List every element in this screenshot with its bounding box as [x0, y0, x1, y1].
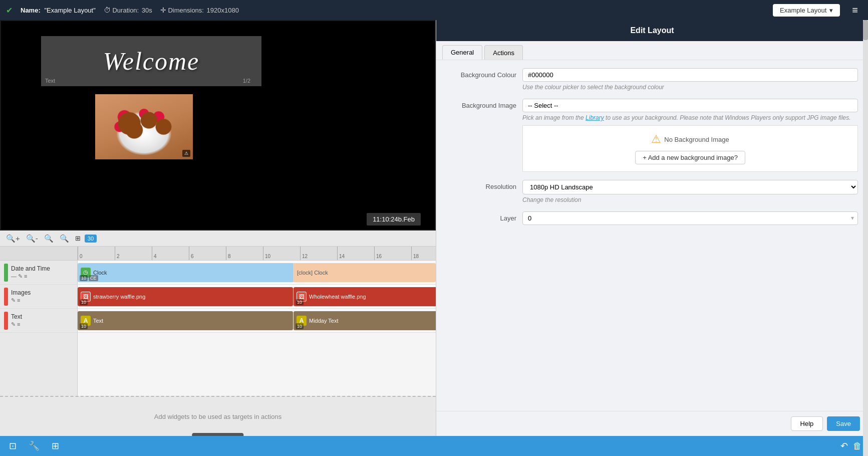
ruler-mark-2: 2 — [115, 247, 152, 260]
clip-label-clock: Clock — [93, 270, 107, 276]
zoom-in-button[interactable]: 🔍+ — [4, 233, 22, 244]
background-image-hint: Pick an image from the Library to use as… — [522, 114, 858, 121]
food-corner-badge: ⚠ — [182, 150, 190, 157]
trash-button[interactable]: 🗑 — [853, 440, 862, 451]
ruler-mark-12: 12 — [300, 247, 337, 260]
timer-display: ⊞ 30 — [75, 235, 97, 243]
edit-panel-body: Background Colour Use the colour picker … — [436, 60, 868, 411]
grid-button[interactable]: ⊞ — [49, 438, 62, 453]
layer-label: Layer — [446, 211, 516, 222]
clip-label-clock2: [clock] Clock — [297, 270, 328, 276]
timeline-ruler: 0 2 4 6 8 10 12 14 16 18 20 — [78, 247, 436, 261]
name-label: Name: "Example Layout" — [21, 7, 96, 14]
track-row-date-time: ◷ Clock 10 CE [clock] Clock — [78, 261, 436, 285]
ruler-mark-16: 16 — [374, 247, 411, 260]
background-colour-input[interactable] — [522, 68, 858, 82]
clip-label-text1: Text — [93, 318, 103, 324]
drawer-hint-text: Add widgets to be used as targets in act… — [154, 413, 281, 420]
track-clips-date-time: ◷ Clock 10 CE [clock] Clock — [78, 263, 436, 282]
track-label-text-text: Text ✎ ≡ — [11, 313, 73, 328]
timeline-body: Date and Time — ✎ ≡ — [0, 247, 436, 396]
track-list-text[interactable]: ≡ — [17, 321, 20, 328]
no-background-image-box: ⚠ No Background Image + Add a new backgr… — [522, 125, 858, 172]
background-image-select[interactable]: -- Select -- — [522, 99, 858, 112]
food-image-widget[interactable]: ⚠ — [95, 94, 193, 159]
check-icon: ✔ — [6, 6, 13, 15]
clip-img1[interactable]: 🖼 strawberry waffle.png 10 — [78, 287, 293, 306]
track-label-text-images: Images ✎ ≡ — [11, 289, 73, 304]
track-color-images — [4, 288, 8, 306]
chevron-down-icon: ▾ — [829, 7, 833, 14]
clip-img2[interactable]: 🖼 Wholewheat waffle.png 10 — [294, 287, 436, 306]
track-list-images[interactable]: ≡ — [17, 297, 20, 304]
track-edit-text[interactable]: ✎ — [11, 321, 16, 328]
layout-dropdown-btn[interactable]: Example Layout ▾ — [773, 4, 840, 17]
ruler-mark-8: 8 — [226, 247, 263, 260]
widget-label: Text — [45, 78, 55, 84]
library-link[interactable]: Library — [586, 114, 604, 121]
track-row-text: A Text 10 A Midday Text 10 — [78, 309, 436, 333]
clip-text1[interactable]: A Text 10 — [78, 311, 293, 330]
trash-icon: 🗑 — [853, 441, 862, 451]
timeline-counter: 30 — [85, 235, 97, 243]
save-button[interactable]: Save — [827, 416, 860, 431]
tab-actions[interactable]: Actions — [484, 45, 523, 60]
track-clips-text: A Text 10 A Midday Text 10 — [78, 311, 436, 330]
help-button[interactable]: Help — [791, 416, 823, 431]
timeline-toolbar: 🔍+ 🔍- 🔍 🔍 ⊞ 30 — [0, 231, 436, 247]
undo-button[interactable]: ↶ — [840, 440, 848, 451]
timeline-section: 🔍+ 🔍- 🔍 🔍 ⊞ 30 — [0, 231, 436, 436]
zoom-fit-button[interactable]: 🔍 — [42, 233, 56, 244]
resolution-hint: Change the resolution — [522, 196, 858, 203]
track-list-date-time[interactable]: ≡ — [24, 273, 27, 280]
clip-duration-text1: 10 — [80, 323, 88, 329]
add-background-image-button[interactable]: + Add a new background image? — [635, 151, 745, 164]
ruler-mark-4: 4 — [152, 247, 189, 260]
track-color-text — [4, 312, 8, 330]
clip-label-img2: Wholewheat waffle.png — [309, 294, 366, 300]
clip-duration-img1: 10 — [80, 299, 88, 305]
track-collapse-date-time[interactable]: — — [11, 273, 17, 280]
resolution-row: Resolution 1080p HD Landscape 720p HD La… — [446, 180, 858, 203]
layer-input[interactable] — [522, 211, 858, 225]
track-label-text-date-time: Date and Time — ✎ ≡ — [11, 265, 73, 280]
track-edit-date-time[interactable]: ✎ — [18, 273, 23, 280]
widget-drawer: Add widgets to be used as targets in act… — [0, 396, 436, 436]
resolution-select[interactable]: 1080p HD Landscape 720p HD Landscape 4K … — [522, 180, 858, 194]
clip-clock-2[interactable]: [clock] Clock — [293, 263, 436, 282]
no-bg-text: No Background Image — [664, 136, 729, 143]
zoom-out-button[interactable]: 🔍- — [24, 233, 40, 244]
top-bar: ✔ Name: "Example Layout" ⏱ Duration: 30s… — [0, 0, 868, 20]
background-colour-row: Background Colour Use the colour picker … — [446, 68, 858, 91]
ce-badge-clock: CE — [89, 275, 98, 281]
clock-widget: 11:10:24b.Feb — [367, 213, 421, 225]
zoom-out-icon: 🔍- — [26, 234, 38, 243]
left-panel: Welcome Text 1/2 ⚠ 11:10:24b.Feb — [0, 20, 436, 436]
zoom-in-icon: 🔍+ — [6, 234, 20, 243]
scrollbar-track[interactable] — [863, 20, 868, 436]
canvas-preview: Welcome Text 1/2 ⚠ 11:10:24b.Feb — [0, 20, 436, 231]
tools-button[interactable]: 🔧 — [26, 438, 43, 453]
track-color-date-time — [4, 264, 8, 282]
timeline-labels: Date and Time — ✎ ≡ — [0, 247, 78, 396]
zoom-reset-button[interactable]: 🔍 — [58, 233, 71, 244]
hamburger-menu-btn[interactable]: ≡ — [848, 3, 862, 18]
background-colour-hint: Use the colour picker to select the back… — [522, 84, 858, 91]
track-edit-images[interactable]: ✎ — [11, 297, 16, 304]
ruler-spacer — [0, 247, 77, 261]
track-label-images: Images ✎ ≡ — [0, 285, 78, 309]
clock-time: 11:10:24b.Feb — [373, 215, 415, 223]
ruler-mark-0: 0 — [78, 247, 115, 260]
toggle-drawer-button[interactable]: Toggle drawer — [192, 433, 243, 436]
ruler-mark-14: 14 — [337, 247, 374, 260]
clip-text2[interactable]: A Midday Text 10 — [294, 311, 436, 330]
clip-clock-1[interactable]: ◷ Clock 10 CE — [78, 263, 293, 282]
warning-icon: ⚠ — [651, 133, 661, 146]
tab-general[interactable]: General — [442, 45, 482, 60]
welcome-widget[interactable]: Welcome Text 1/2 — [41, 36, 261, 86]
track-label-date-time: Date and Time — ✎ ≡ — [0, 261, 78, 285]
scrollbar-thumb[interactable] — [863, 20, 868, 40]
layout-view-button[interactable]: ⊡ — [6, 438, 20, 453]
background-image-row: Background Image -- Select -- Pick an im… — [446, 99, 858, 172]
clip-duration-text2: 10 — [296, 323, 304, 329]
